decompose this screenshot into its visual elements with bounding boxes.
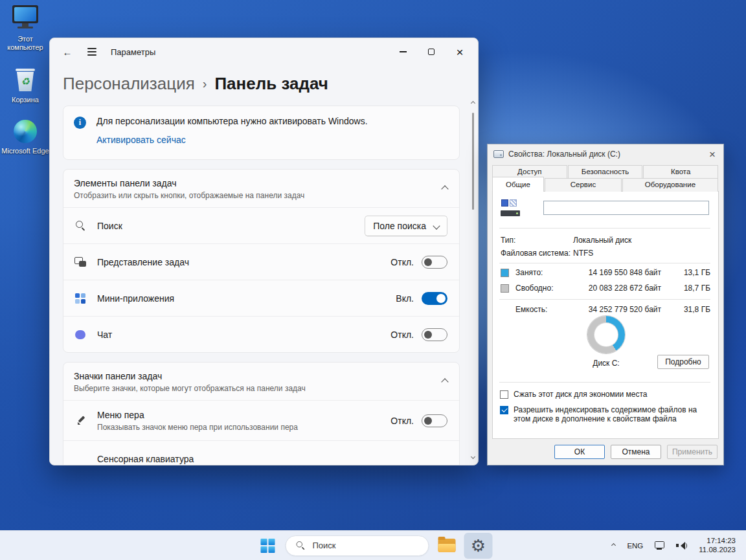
- page-title: Панель задач: [214, 74, 328, 94]
- apply-button[interactable]: Применить: [667, 445, 718, 459]
- search-mode-value: Поле поиска: [373, 221, 426, 231]
- tab-tools[interactable]: Сервис: [545, 178, 622, 192]
- activate-now-link[interactable]: Активировать сейчас: [96, 135, 186, 145]
- index-option[interactable]: Разрешить индексировать содержимое файло…: [500, 405, 710, 423]
- scrollbar-thumb[interactable]: [472, 113, 474, 210]
- windows-logo-icon: [261, 539, 275, 553]
- tray-overflow-button[interactable]: [607, 534, 620, 557]
- dialog-close-button[interactable]: [701, 146, 723, 162]
- tray-time: 17:14:23: [706, 537, 736, 545]
- tab-row-back: Доступ Безопасность Квота: [492, 165, 719, 178]
- compress-checkbox[interactable]: [500, 390, 508, 399]
- widgets-state: Вкл.: [396, 293, 414, 304]
- activation-banner-body: Для персонализации компьютера нужно акти…: [96, 116, 368, 150]
- pen-icon: [74, 416, 87, 426]
- start-button[interactable]: [254, 533, 282, 559]
- settings-window: Параметры Персонализация › Панель задач …: [49, 38, 479, 465]
- volume-button[interactable]: [671, 534, 692, 557]
- pen-menu-toggle[interactable]: [422, 414, 447, 427]
- volume-label-row: [501, 199, 709, 216]
- disk-partition-icon: [501, 199, 521, 216]
- tab-hardware[interactable]: Оборудование: [622, 178, 718, 192]
- ok-button[interactable]: ОК: [554, 445, 605, 459]
- index-checkbox-label: Разрешить индексировать содержимое файло…: [514, 405, 710, 423]
- desktop-icon-this-pc[interactable]: Этот компьютер: [1, 5, 49, 52]
- chevron-down-icon: [433, 222, 440, 229]
- capacity-label: Емкость:: [515, 305, 566, 314]
- close-button[interactable]: [446, 39, 474, 65]
- tab-row-front: Общие Сервис Оборудование: [492, 178, 719, 192]
- chat-toggle[interactable]: [422, 328, 447, 341]
- search-icon: [296, 541, 305, 550]
- row-search: Поиск Поле поиска: [63, 207, 459, 243]
- pen-menu-text: Меню пера Показывать значок меню пера пр…: [97, 409, 298, 432]
- task-view-toggle[interactable]: [422, 256, 447, 269]
- free-row: Свободно: 20 083 228 672 байт 18,7 ГБ: [501, 284, 710, 293]
- desktop: Этот компьютер ♻ Корзина Microsoft Edge …: [0, 0, 746, 560]
- scroll-up-icon[interactable]: [470, 101, 475, 106]
- settings-app-button[interactable]: [464, 533, 493, 559]
- free-swatch: [501, 284, 509, 293]
- collapse-chevron-icon[interactable]: [441, 378, 448, 385]
- search-mode-dropdown[interactable]: Поле поиска: [365, 216, 447, 236]
- maximize-button[interactable]: [417, 39, 446, 65]
- scroll-down-icon[interactable]: [470, 454, 475, 459]
- recycle-bin-label: Корзина: [12, 96, 39, 104]
- settings-titlebar: Параметры: [50, 38, 478, 65]
- tab-access[interactable]: Доступ: [492, 165, 567, 178]
- tray-date: 11.08.2023: [699, 546, 736, 554]
- search-icon: [74, 220, 87, 231]
- row-widgets: Мини-приложения Вкл.: [63, 280, 459, 316]
- minimize-button[interactable]: [389, 39, 417, 65]
- details-button[interactable]: Подробно: [657, 355, 709, 369]
- capacity-row: Емкость: 34 252 779 520 байт 31,8 ГБ: [501, 305, 710, 314]
- section-header-taskbar-icons[interactable]: Значки панели задач Выберите значки, кот…: [63, 363, 459, 400]
- cancel-button[interactable]: Отмена: [611, 445, 661, 459]
- desktop-icon-recycle-bin[interactable]: ♻ Корзина: [1, 67, 49, 104]
- row-widgets-label: Мини-приложения: [97, 293, 174, 304]
- filesystem-label: Файловая система:: [501, 249, 573, 258]
- section-subtitle: Выберите значки, которые могут отображат…: [74, 384, 306, 393]
- taskbar: Поиск ENG 17:14:23 11.08.2023: [0, 530, 746, 560]
- section-taskbar-items: Элементы панели задач Отобразить или скр…: [63, 169, 460, 353]
- compress-option[interactable]: Сжать этот диск для экономии места: [500, 390, 710, 399]
- desktop-icon-edge[interactable]: Microsoft Edge: [1, 120, 49, 155]
- tab-security[interactable]: Безопасность: [568, 165, 643, 178]
- back-icon: [63, 47, 73, 58]
- settings-scrollbar[interactable]: [470, 102, 475, 458]
- back-button[interactable]: [55, 41, 80, 63]
- language-indicator[interactable]: ENG: [622, 534, 648, 557]
- tab-quota[interactable]: Квота: [643, 165, 718, 178]
- row-chat-label: Чат: [97, 330, 112, 340]
- section-header-taskbar-items[interactable]: Элементы панели задач Отобразить или скр…: [63, 170, 459, 207]
- chat-state: Откл.: [390, 330, 414, 340]
- tab-page-general: Тип: Локальный диск Файловая система: NT…: [492, 191, 719, 439]
- file-explorer-button[interactable]: [433, 533, 461, 559]
- row-pen-menu: Меню пера Показывать значок меню пера пр…: [63, 400, 459, 440]
- row-task-view: Представление задач Откл.: [63, 243, 459, 280]
- type-label: Тип:: [501, 236, 573, 245]
- collapse-chevron-icon[interactable]: [441, 185, 448, 192]
- breadcrumb-separator: ›: [203, 76, 207, 91]
- disk-caption: Диск C:: [582, 359, 630, 368]
- pen-menu-state: Откл.: [390, 416, 414, 426]
- used-label: Занято:: [515, 268, 566, 277]
- activation-message: Для персонализации компьютера нужно акти…: [96, 116, 368, 126]
- volume-label-input[interactable]: [543, 201, 709, 215]
- index-checkbox[interactable]: [500, 406, 508, 414]
- network-button[interactable]: [650, 534, 670, 557]
- clock[interactable]: 17:14:23 11.08.2023: [694, 537, 741, 554]
- tab-general[interactable]: Общие: [492, 177, 544, 192]
- taskbar-search[interactable]: Поиск: [286, 535, 429, 556]
- row-task-view-label: Представление задач: [97, 257, 189, 267]
- separator: [499, 263, 710, 263]
- info-icon: [74, 117, 86, 129]
- taskbar-center: Поиск: [254, 531, 493, 560]
- breadcrumb-personalization[interactable]: Персонализация: [63, 74, 195, 94]
- filesystem-row: Файловая система: NTFS: [501, 249, 710, 258]
- section-taskbar-icons: Значки панели задач Выберите значки, кот…: [63, 362, 460, 465]
- free-bytes: 20 083 228 672 байт: [566, 284, 678, 293]
- widgets-toggle[interactable]: [422, 292, 447, 305]
- section-header-text: Значки панели задач Выберите значки, кот…: [74, 371, 306, 393]
- nav-menu-button[interactable]: [80, 41, 104, 63]
